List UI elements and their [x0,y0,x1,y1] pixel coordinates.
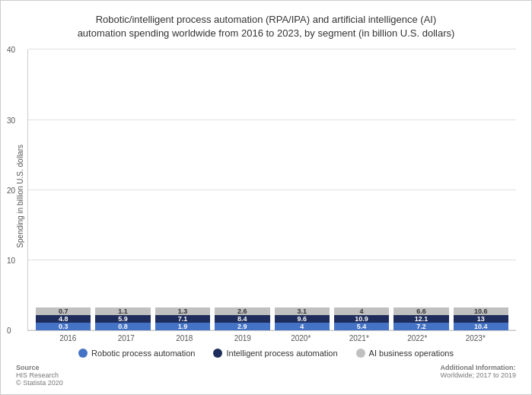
chart-container: Robotic/intelligent process automation (… [0,0,532,395]
y-tick-label: 10 [7,256,15,264]
x-labels: 20162017201820192020*2021*2022*2023* [27,331,516,342]
legend-item-ipa: Intelligent process automation [213,349,337,358]
bar-stack: 6.612.17.2 [393,307,448,330]
chart-inner: 0102030400.74.80.31.15.90.81.37.11.92.68… [27,49,516,342]
ipa-segment: 10.9 [334,315,389,323]
source: Source HIS Research © Statista 2020 [16,364,63,387]
legend-ipa-label: Intelligent process automation [226,349,337,358]
rpa-segment: 1.9 [155,323,210,330]
ai-label: 1.3 [178,307,188,315]
ai-segment: 3.1 [275,307,330,315]
legend-item-rpa: Robotic process automation [78,349,195,358]
rpa-label: 10.4 [474,323,488,330]
legend: Robotic process automation Intelligent p… [16,349,516,358]
bar-group: 6.612.17.2 [393,307,448,330]
additional-info: Additional Information: Worldwide; 2017 … [441,364,516,387]
rpa-segment: 10.4 [454,323,508,330]
ipa-dot [213,349,222,358]
ipa-label: 7.1 [178,315,188,323]
rpa-segment: 0.3 [36,323,91,330]
bars-row: 0.74.80.31.15.90.81.37.11.92.68.42.93.19… [28,49,516,330]
footer: Source HIS Research © Statista 2020 Addi… [16,364,516,387]
bar-stack: 1.37.11.9 [155,307,210,330]
rpa-label: 5.4 [357,323,367,330]
x-label: 2023* [451,331,502,342]
rpa-segment: 7.2 [393,323,448,330]
ipa-label: 13 [477,315,485,323]
ai-label: 6.6 [416,307,426,315]
ipa-label: 8.4 [237,315,247,323]
chart-area: Spending in billion U.S. dollars 0102030… [16,49,516,342]
ipa-label: 5.9 [118,315,128,323]
bar-stack: 3.19.64 [275,307,330,330]
ai-segment: 0.7 [36,307,91,315]
ai-label: 10.6 [474,307,488,315]
bar-stack: 1.15.90.8 [95,307,150,330]
ipa-segment: 8.4 [215,315,269,323]
y-tick-label: 20 [7,186,15,194]
ai-label: 4 [360,307,364,315]
grid-and-bars: 0102030400.74.80.31.15.90.81.37.11.92.68… [27,49,516,331]
ipa-segment: 12.1 [393,315,448,323]
x-label: 2017 [101,331,152,342]
chart-title: Robotic/intelligent process automation (… [16,13,516,40]
ai-segment: 2.6 [215,307,269,315]
x-label: 2019 [218,331,269,342]
rpa-label: 4 [300,323,304,330]
bar-stack: 2.68.42.9 [215,307,269,330]
x-label: 2022* [392,331,443,342]
rpa-label: 7.2 [416,323,426,330]
ai-segment: 6.6 [393,307,448,315]
rpa-dot [78,349,88,358]
bar-group: 2.68.42.9 [215,307,269,330]
rpa-segment: 4 [275,323,330,330]
y-tick-label: 40 [7,46,15,54]
ai-dot [356,349,365,358]
ai-segment: 1.1 [95,307,150,315]
y-tick-label: 30 [7,116,15,124]
y-axis-label: Spending in billion U.S. dollars [16,49,24,342]
x-label: 2016 [43,331,94,342]
ai-label: 0.7 [59,307,68,315]
rpa-segment: 2.9 [215,323,269,330]
x-label: 2018 [159,331,210,342]
ai-segment: 10.6 [454,307,508,315]
ipa-label: 10.9 [355,315,368,323]
rpa-segment: 5.4 [334,323,389,330]
bar-group: 410.95.4 [334,307,389,330]
ai-label: 2.6 [237,307,247,315]
ai-label: 1.1 [118,307,128,315]
bar-group: 3.19.64 [275,307,330,330]
bar-stack: 410.95.4 [334,307,389,330]
ipa-segment: 13 [454,315,508,323]
ipa-label: 9.6 [297,315,307,323]
ai-label: 3.1 [297,307,307,315]
ipa-segment: 9.6 [275,315,330,323]
ipa-label: 4.8 [59,315,68,323]
bar-stack: 0.74.80.3 [36,307,91,330]
ipa-label: 12.1 [415,315,428,323]
bar-group: 10.61310.4 [454,307,508,330]
rpa-segment: 0.8 [95,323,150,330]
bar-group: 1.37.11.9 [155,307,210,330]
ipa-segment: 5.9 [95,315,150,323]
ipa-segment: 7.1 [155,315,210,323]
y-tick-label: 0 [7,327,11,335]
ai-segment: 1.3 [155,307,210,315]
bar-group: 1.15.90.8 [95,307,150,330]
rpa-label: 0.3 [59,323,68,330]
legend-ai-label: AI business operations [369,349,454,358]
bar-stack: 10.61310.4 [454,307,508,330]
rpa-label: 2.9 [237,323,247,330]
legend-rpa-label: Robotic process automation [91,349,195,358]
x-label: 2021* [334,331,385,342]
bar-group: 0.74.80.3 [36,307,91,330]
ai-segment: 4 [334,307,389,315]
ipa-segment: 4.8 [36,315,91,323]
rpa-label: 1.9 [178,323,188,330]
rpa-label: 0.8 [118,323,128,330]
legend-item-ai: AI business operations [356,349,454,358]
x-label: 2020* [276,331,327,342]
